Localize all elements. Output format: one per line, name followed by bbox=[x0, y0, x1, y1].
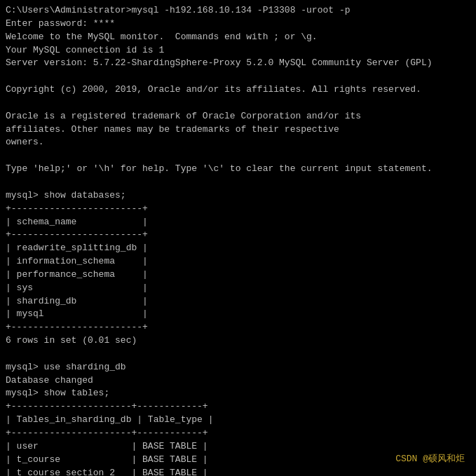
db-row-0: | readwrite_splitting_db | bbox=[6, 242, 148, 255]
db-header: | schema_name | bbox=[6, 216, 148, 229]
watermark: CSDN @硕风和炬 bbox=[395, 453, 465, 466]
oracle2: affiliates. Other names may be trademark… bbox=[6, 123, 470, 137]
blank1 bbox=[6, 70, 470, 83]
welcome-line: Welcome to the MySQL monitor. Commands e… bbox=[6, 31, 470, 44]
server-version-line: Server version: 5.7.22-ShardingSphere-Pr… bbox=[6, 57, 470, 70]
show-tables-cmd: mysql> show tables; bbox=[6, 387, 470, 400]
use-cmd: mysql> use sharding_db bbox=[6, 361, 470, 374]
connection-line: Your MySQL connection id is 1 bbox=[6, 44, 470, 57]
blank4 bbox=[6, 176, 470, 189]
db-row-5: | mysql | bbox=[6, 308, 148, 321]
tbl-header: | Tables_in_sharding_db | Table_type | bbox=[6, 414, 213, 427]
db-row-2: | performance_schema | bbox=[6, 268, 148, 282]
db-row-3: | sys | bbox=[6, 282, 148, 295]
terminal-window: C:\Users\Administrator>mysql -h192.168.1… bbox=[6, 4, 470, 472]
blank3 bbox=[6, 149, 470, 163]
tbl-border-top: +----------------------+------------+ bbox=[6, 400, 213, 414]
password-line: Enter password: **** bbox=[6, 18, 470, 31]
tbl-row-2: | t_course_section_2 | BASE TABLE | bbox=[6, 467, 213, 476]
help-line: Type 'help;' or '\h' for help. Type '\c'… bbox=[6, 163, 470, 176]
db-row-4: | sharding_db | bbox=[6, 295, 148, 308]
oracle3: owners. bbox=[6, 136, 470, 149]
databases-table: +------------------------+ | schema_name… bbox=[6, 203, 148, 334]
db-row-1: | information_schema | bbox=[6, 255, 148, 268]
cmd-line: C:\Users\Administrator>mysql -h192.168.1… bbox=[6, 4, 470, 18]
tbl-row-1: | t_course | BASE TABLE | bbox=[6, 454, 213, 467]
db-border-top: +------------------------+ bbox=[6, 203, 148, 216]
blank2 bbox=[6, 97, 470, 110]
oracle1: Oracle is a registered trademark of Orac… bbox=[6, 110, 470, 123]
tables-table: +----------------------+------------+ | … bbox=[6, 400, 213, 476]
db-rows-result: 6 rows in set (0.01 sec) bbox=[6, 334, 470, 348]
db-border-bot: +------------------------+ bbox=[6, 321, 148, 334]
tbl-row-0: | user | BASE TABLE | bbox=[6, 440, 213, 454]
blank5 bbox=[6, 348, 470, 361]
show-db-cmd: mysql> show databases; bbox=[6, 189, 470, 203]
db-border-mid: +------------------------+ bbox=[6, 229, 148, 242]
copyright-line: Copyright (c) 2000, 2019, Oracle and/or … bbox=[6, 83, 470, 97]
db-changed: Database changed bbox=[6, 374, 470, 388]
tbl-border-mid: +----------------------+------------+ bbox=[6, 427, 213, 440]
